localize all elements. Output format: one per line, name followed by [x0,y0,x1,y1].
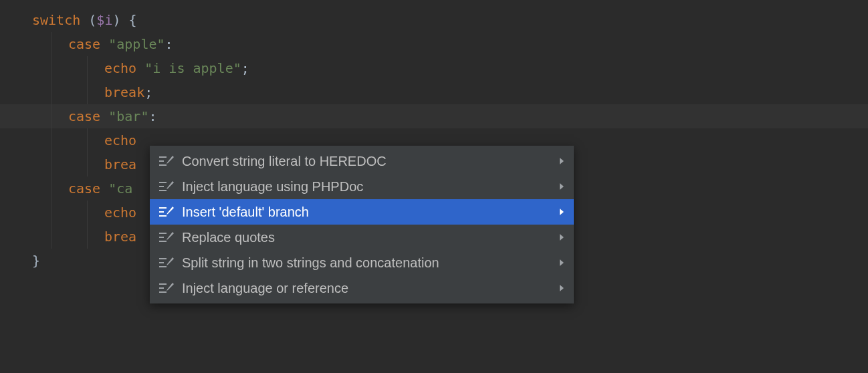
token-pun [100,180,108,197]
token-kw: case [68,36,100,52]
svg-rect-14 [159,266,167,267]
code-line-content: echo [32,132,136,148]
token-str: "bar" [108,108,148,124]
token-pun: : [148,108,156,124]
token-pun [100,108,108,124]
menu-item-label: Replace quotes [175,230,552,245]
token-str: "i is apple" [144,60,241,76]
chevron-right-icon [559,259,564,267]
svg-rect-15 [159,283,167,285]
token-pun: ( [80,12,96,28]
code-line-content: case "ca [32,180,132,197]
svg-rect-9 [159,233,167,234]
menu-item[interactable]: Inject language or reference [150,275,574,301]
chevron-right-icon [559,182,564,191]
intention-icon [158,232,175,243]
token-str: "ca [108,180,132,197]
code-line-content: switch ($i) { [32,12,137,28]
intention-icon [158,257,175,268]
menu-item-label: Insert 'default' branch [175,205,552,220]
token-var: $i [96,12,112,28]
token-pun: ; [241,60,249,76]
token-kw: case [68,180,100,197]
intention-icon [158,283,175,293]
token-kw: echo [104,60,136,76]
token-kw: switch [32,12,80,28]
menu-item[interactable]: Convert string literal to HEREDOC [150,148,574,174]
menu-item-label: Split string in two strings and concaten… [175,255,552,271]
token-pun: : [165,36,173,52]
svg-rect-10 [159,237,164,238]
code-line[interactable]: case "apple": [0,32,868,56]
chevron-right-icon [559,233,564,241]
svg-rect-0 [159,156,167,158]
chevron-right-icon [559,208,564,216]
token-kw: brea [104,156,136,172]
token-pun [100,36,108,52]
code-line-content: echo [32,205,136,221]
code-line-content: } [32,253,40,269]
svg-rect-4 [159,186,164,187]
intention-actions-menu[interactable]: Convert string literal to HEREDOCInject … [150,146,574,303]
svg-rect-17 [159,291,167,293]
token-kw: break [104,84,144,100]
code-line-content: case "apple": [32,36,173,52]
code-line[interactable]: break; [0,80,868,104]
token-kw: brea [104,229,136,245]
svg-rect-7 [159,211,164,213]
svg-rect-3 [159,182,167,183]
menu-item-label: Convert string literal to HEREDOC [175,154,552,169]
token-pun: } [32,253,40,269]
code-line-content: brea [32,156,136,172]
svg-rect-8 [159,215,167,217]
svg-rect-12 [159,258,167,259]
svg-rect-5 [159,190,167,191]
code-line[interactable]: echo "i is apple"; [0,56,868,80]
token-kw: echo [104,132,136,148]
svg-rect-6 [159,207,167,209]
chevron-right-icon [559,284,564,292]
code-line[interactable]: switch ($i) { [0,8,868,32]
token-pun: ; [144,84,152,100]
svg-rect-11 [159,241,167,242]
menu-item[interactable]: Inject language using PHPDoc [150,174,574,199]
token-kw: case [68,108,100,124]
token-str: "apple" [108,36,165,52]
code-line-content: echo "i is apple"; [32,60,249,76]
svg-rect-13 [159,262,164,263]
svg-rect-2 [159,164,167,166]
chevron-right-icon [559,157,564,165]
menu-item[interactable]: Split string in two strings and concaten… [150,250,574,275]
svg-rect-16 [159,287,164,289]
menu-item[interactable]: Insert 'default' branch [150,199,574,225]
code-line-content: brea [32,229,136,245]
menu-item[interactable]: Replace quotes [150,225,574,250]
menu-item-label: Inject language using PHPDoc [175,179,552,195]
menu-item-label: Inject language or reference [175,281,552,296]
intention-icon [158,207,175,217]
code-line[interactable]: case "bar": [0,104,868,128]
token-pun: ) { [112,12,136,28]
intention-icon [158,181,175,192]
token-pun [136,60,144,76]
intention-icon [158,156,175,166]
svg-rect-1 [159,160,164,162]
token-kw: echo [104,205,136,221]
